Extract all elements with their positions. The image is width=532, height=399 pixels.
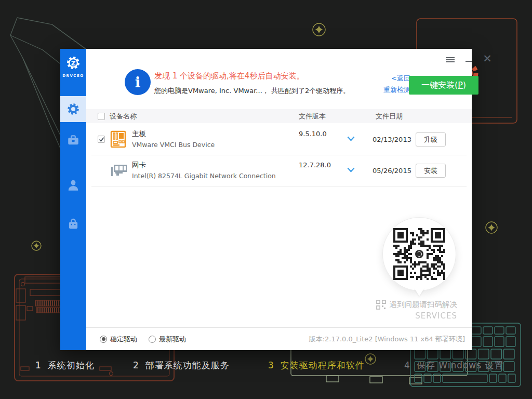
file-version: 12.7.28.0 <box>299 161 331 169</box>
column-file-version: 文件版本 <box>299 112 326 121</box>
desktop-step-2: 2部署系统功能及服务 <box>133 360 230 371</box>
qr-caption: 遇到问题请扫码解决 <box>376 300 458 310</box>
alert-text: 发现 1 个设备的驱动,将在4秒后自动安装。 <box>154 71 304 81</box>
desktop-step-1: 1系统初始化 <box>35 360 95 371</box>
desktop: 1系统初始化 2部署系统功能及服务 3安装驱动程序和软件 4保存 Windows… <box>0 0 532 399</box>
row-divider <box>91 155 467 155</box>
toolbox-icon <box>66 134 80 147</box>
radio-latest-driver[interactable]: 最新驱动 <box>149 335 186 344</box>
desktop-step-4: 4保存 Windows 设置 <box>404 360 504 371</box>
gear-icon <box>66 102 80 116</box>
device-name: Intel(R) 82574L Gigabit Network Connecti… <box>132 172 276 180</box>
services-label: SERVICES <box>415 311 457 321</box>
detail-text: 您的电脑是VMware, Inc. VMwar...， 共匹配到了2个驱动程序。 <box>154 86 350 96</box>
radio-button-unselected[interactable] <box>149 336 156 343</box>
qr-center-logo <box>413 248 425 260</box>
one-key-install-button[interactable]: 一键安装(P) <box>409 76 478 95</box>
info-icon: i <box>125 69 151 95</box>
file-date: 05/26/2015 <box>373 167 411 175</box>
sidebar-item-drivers[interactable] <box>60 96 86 122</box>
svg-text:Z: Z <box>71 60 76 67</box>
driver-row-network[interactable]: 网卡 Intel(R) 82574L Gigabit Network Conne… <box>86 156 472 186</box>
column-device-name: 设备名称 <box>110 112 137 121</box>
bag-icon <box>66 217 80 231</box>
sidebar: Z DRVCEO <box>60 49 86 350</box>
minimize-button[interactable] <box>462 53 475 64</box>
device-name: VMware VMCI Bus Device <box>132 141 215 149</box>
column-file-date: 文件日期 <box>376 112 403 121</box>
radio-button-selected[interactable] <box>100 336 107 343</box>
version-label: 版本:2.17.0.0_Lite2 [Windows 11 x64 部署环境] <box>309 335 465 344</box>
driver-row-motherboard[interactable]: 主板 VMware VMCI Bus Device 9.5.10.0 02/13… <box>86 125 472 155</box>
qr-balloon-tail <box>414 288 424 296</box>
desktop-step-3: 3安装驱动程序和软件 <box>268 360 365 371</box>
device-type: 主板 <box>132 129 146 139</box>
app-logo: Z DRVCEO <box>60 49 86 89</box>
chevron-down-icon[interactable] <box>347 167 355 172</box>
chevron-down-icon[interactable] <box>347 136 355 141</box>
network-card-icon <box>110 162 128 177</box>
footer-bar: 稳定驱动 最新驱动 版本:2.17.0.0_Lite2 [Windows 11 … <box>86 327 472 350</box>
table-header: 设备名称 文件版本 文件日期 <box>86 109 472 123</box>
logo-text: DRVCEO <box>60 74 86 78</box>
back-link[interactable]: <返回 <box>363 73 410 84</box>
sidebar-item-toolbox[interactable] <box>60 127 86 153</box>
drvceo-window: Z DRVCEO <box>60 49 472 350</box>
row-checkbox[interactable] <box>98 136 105 143</box>
redetect-link[interactable]: 重新检测 <box>363 84 410 96</box>
qr-mini-icon <box>376 300 386 310</box>
menu-button[interactable] <box>444 54 456 65</box>
file-date: 02/13/2013 <box>373 136 411 143</box>
upgrade-button[interactable]: 升级 <box>416 132 446 147</box>
row-divider <box>91 186 467 187</box>
user-icon <box>66 179 80 192</box>
select-all-checkbox[interactable] <box>98 113 105 120</box>
radio-stable-driver[interactable]: 稳定驱动 <box>100 335 137 344</box>
device-type: 网卡 <box>132 161 146 170</box>
motherboard-icon <box>110 130 127 148</box>
sidebar-item-user[interactable] <box>60 172 86 198</box>
install-button[interactable]: 安装 <box>416 164 446 178</box>
close-button[interactable]: ✕ <box>481 53 494 64</box>
file-version: 9.5.10.0 <box>299 130 327 138</box>
logo-gear-icon: Z <box>65 55 81 71</box>
sidebar-item-store[interactable] <box>60 211 86 237</box>
